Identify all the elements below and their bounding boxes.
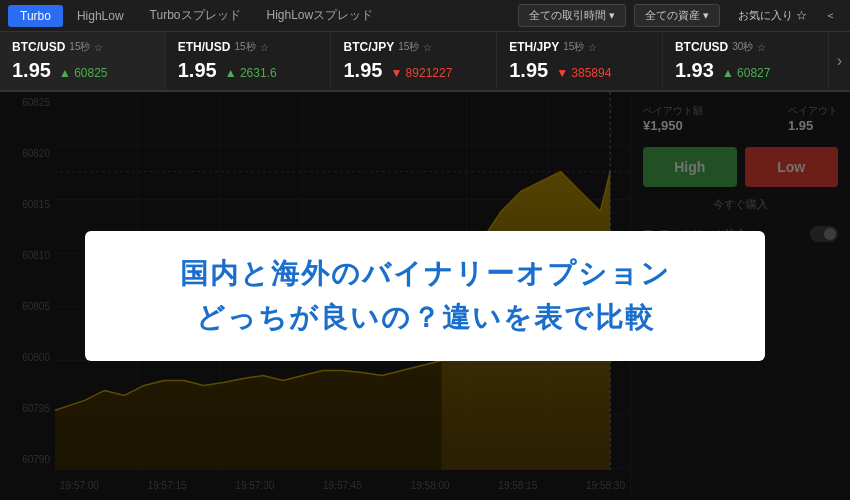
banner-box: 国内と海外のバイナリーオプション どっちが良いの？違いを表で比較 [85,231,765,361]
ticker-row: BTC/USD 15秒 ☆ 1.95 ▲ 60825 ETH/USD 15秒 ☆… [0,32,850,92]
ticker-price-1: 1.95 [178,59,217,82]
overlay-banner: 国内と海外のバイナリーオプション どっちが良いの？違いを表で比較 [0,92,850,500]
tab-turbo-spread[interactable]: Turboスプレッド [138,3,253,28]
ticker-item-4[interactable]: BTC/USD 30秒 ☆ 1.93 ▲ 60827 [663,32,829,90]
main-content: 60825 60820 60815 60810 60805 60800 6079… [0,92,850,500]
ticker-price-2: 1.95 [343,59,382,82]
ticker-time-3: 15秒 [563,40,584,54]
top-navigation: Turbo HighLow Turboスプレッド HighLowスプレッド 全て… [0,0,850,32]
favorites-button[interactable]: お気に入り ☆ [728,5,817,26]
tab-highlow-spread[interactable]: HighLowスプレッド [255,3,386,28]
ticker-pair-3: ETH/JPY [509,40,559,54]
ticker-time-0: 15秒 [69,40,90,54]
ticker-time-2: 15秒 [398,40,419,54]
ticker-change-4: ▲ 60827 [722,66,771,80]
ticker-star-4[interactable]: ☆ [757,42,766,53]
ticker-item-3[interactable]: ETH/JPY 15秒 ☆ 1.95 ▼ 385894 [497,32,663,90]
collapse-button[interactable]: ＜ [819,5,842,26]
ticker-item-2[interactable]: BTC/JPY 15秒 ☆ 1.95 ▼ 8921227 [331,32,497,90]
ticker-item-0[interactable]: BTC/USD 15秒 ☆ 1.95 ▲ 60825 [0,32,166,90]
time-filter[interactable]: 全ての取引時間 ▾ [518,4,626,27]
ticker-pair-4: BTC/USD [675,40,728,54]
tab-turbo[interactable]: Turbo [8,5,63,27]
ticker-change-3: ▼ 385894 [556,66,611,80]
ticker-pair-0: BTC/USD [12,40,65,54]
ticker-time-4: 30秒 [732,40,753,54]
ticker-time-1: 15秒 [234,40,255,54]
ticker-scroll-right[interactable]: › [829,32,850,90]
ticker-star-1[interactable]: ☆ [260,42,269,53]
ticker-item-1[interactable]: ETH/USD 15秒 ☆ 1.95 ▲ 2631.6 [166,32,332,90]
ticker-star-2[interactable]: ☆ [423,42,432,53]
ticker-change-2: ▼ 8921227 [390,66,452,80]
banner-line1: 国内と海外のバイナリーオプション [117,255,733,293]
asset-filter[interactable]: 全ての資産 ▾ [634,4,720,27]
banner-line2: どっちが良いの？違いを表で比較 [117,299,733,337]
ticker-star-0[interactable]: ☆ [94,42,103,53]
tab-highlow[interactable]: HighLow [65,5,136,27]
ticker-pair-2: BTC/JPY [343,40,394,54]
ticker-price-0: 1.95 [12,59,51,82]
ticker-price-4: 1.93 [675,59,714,82]
ticker-pair-1: ETH/USD [178,40,231,54]
ticker-change-0: ▲ 60825 [59,66,108,80]
ticker-change-1: ▲ 2631.6 [225,66,277,80]
ticker-star-3[interactable]: ☆ [588,42,597,53]
ticker-price-3: 1.95 [509,59,548,82]
